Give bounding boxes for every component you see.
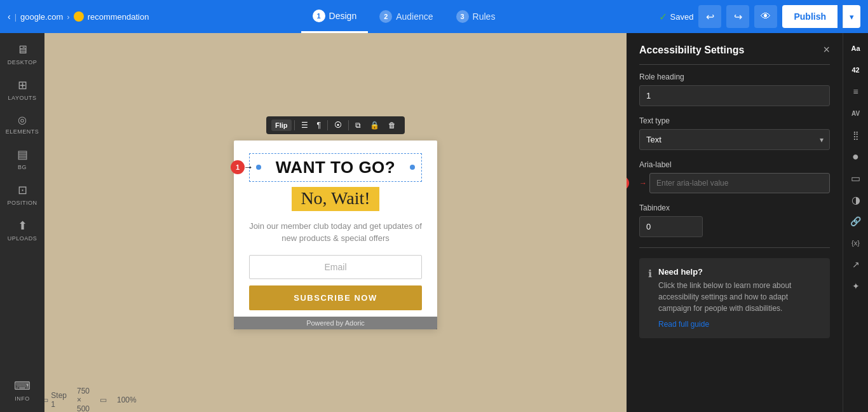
help-link[interactable]: Read full guide <box>658 320 709 329</box>
help-desc: Click the link below to learn more about… <box>658 280 821 314</box>
dimensions-icon: ▭ <box>100 395 107 404</box>
sidebar-item-bg[interactable]: ▤ BG <box>0 142 44 175</box>
role-heading-label: Role heading <box>639 72 830 81</box>
check-icon: ✓ <box>659 11 667 23</box>
panel-header: Accessibility Settings × <box>639 43 830 65</box>
sidebar-item-position[interactable]: ⊡ Position <box>0 178 44 211</box>
toolbar-divider-1 <box>294 120 295 130</box>
annotation-1: 1 <box>231 160 245 174</box>
layers-button[interactable]: ⦿ <box>330 119 346 132</box>
toolbar-divider-2 <box>327 120 328 130</box>
right-handle[interactable] <box>410 165 415 170</box>
text-type-select-wrapper: Text Heading Paragraph Label ▾ <box>639 129 830 150</box>
sidebar-item-elements[interactable]: ◎ Elements <box>0 109 44 140</box>
redo-button[interactable]: ↪ <box>726 5 749 28</box>
topbar-right: ✓ Saved ↩ ↪ 👁 Publish ▾ <box>659 5 860 28</box>
subscribe-button[interactable]: SUBSCRIBE NOW <box>249 285 422 310</box>
desktop-icon: 🖥 <box>17 43 28 57</box>
tabindex-input[interactable] <box>639 216 703 237</box>
headline-element[interactable]: 1 → WANT TO GO? <box>249 153 422 182</box>
left-handle[interactable] <box>256 165 261 170</box>
headline-text: WANT TO GO? <box>261 158 410 177</box>
lock-button[interactable]: 🔒 <box>366 119 383 132</box>
tab-design[interactable]: 1 Design <box>301 0 369 33</box>
sidebar-item-uploads[interactable]: ⬆ Uploads <box>0 214 44 247</box>
variable-tool-button[interactable]: {x} <box>846 233 866 253</box>
panel-content: Accessibility Settings × Role heading Te… <box>627 33 843 412</box>
line-height-tool-button[interactable]: ≡ <box>846 81 866 102</box>
domain-label: google.com <box>20 12 63 22</box>
publish-dropdown-button[interactable]: ▾ <box>843 5 860 28</box>
step-num-1: 1 <box>313 10 325 22</box>
sidebar-item-desktop[interactable]: 🖥 Desktop <box>0 38 44 71</box>
subheadline-element: No, Wait! <box>249 187 422 211</box>
layouts-icon: ⊞ <box>18 78 27 92</box>
panel-divider <box>639 247 830 248</box>
close-panel-button[interactable]: × <box>823 43 830 57</box>
tab-rules[interactable]: 3 Rules <box>445 0 507 33</box>
annotation-3: 3 <box>627 176 629 190</box>
info-icon: ⌨ <box>14 379 31 393</box>
sidebar-item-info[interactable]: ⌨ Info <box>0 374 44 407</box>
annotation-3-arrow: → <box>639 179 647 188</box>
aria-input-wrapper: 3 → <box>639 173 830 193</box>
sidebar-item-bg-label: BG <box>18 164 27 170</box>
canvas-area[interactable]: Flip ☰ ¶ ⦿ ⧉ 🔒 🗑 1 → WANT <box>44 33 627 412</box>
publish-button[interactable]: Publish <box>782 5 837 28</box>
step-label: Step 1 <box>51 391 67 409</box>
far-right-tools: Aa 42 ≡ AV ⣿ ● ▭ ◑ 🔗 {x} ↗ ✦ <box>843 33 868 412</box>
tabindex-group: Tabindex <box>639 203 830 237</box>
step-icon: ▭ <box>44 395 48 404</box>
step-tabs: 1 Design 2 Audience 3 Rules <box>154 0 653 33</box>
canvas-outer: Flip ☰ ¶ ⦿ ⧉ 🔒 🗑 1 → WANT <box>234 116 437 329</box>
tab-rules-label: Rules <box>473 11 496 22</box>
duplicate-button[interactable]: ⧉ <box>351 119 365 132</box>
text-type-group: Text type Text Heading Paragraph Label ▾ <box>639 116 830 150</box>
sidebar-item-layouts-label: Layouts <box>8 95 37 101</box>
align-button[interactable]: ☰ <box>297 119 312 132</box>
typography-tool-button[interactable]: Aa <box>846 38 866 58</box>
aria-label-label: Aria-label <box>639 160 830 169</box>
border-tool-button[interactable]: ▭ <box>846 168 866 188</box>
aria-label-input[interactable] <box>649 173 830 193</box>
tab-audience[interactable]: 2 Audience <box>368 0 444 33</box>
step-indicator[interactable]: ▭ Step 1 <box>44 391 67 409</box>
panel-title: Accessibility Settings <box>639 45 744 56</box>
preview-button[interactable]: 👁 <box>754 5 777 28</box>
undo-button[interactable]: ↩ <box>698 5 721 28</box>
canvas-dimensions: 750 × 500 <box>77 387 90 413</box>
tracking-tool-button[interactable]: AV <box>846 103 866 123</box>
grid-tool-button[interactable]: ⣿ <box>846 125 866 145</box>
indent-button[interactable]: ¶ <box>313 119 325 132</box>
body-text: Join our member club today and get updat… <box>249 220 422 245</box>
fill-tool-button[interactable]: ● <box>846 146 866 167</box>
email-field[interactable]: Email <box>249 255 422 279</box>
main-layout: 🖥 Desktop ⊞ Layouts ◎ Elements ▤ BG ⊡ Po… <box>0 33 868 412</box>
flip-button[interactable]: Flip <box>271 120 292 131</box>
text-type-select[interactable]: Text Heading Paragraph Label <box>639 129 830 150</box>
size-tool-button[interactable]: 42 <box>846 60 866 80</box>
left-arrow-label: → <box>243 161 254 173</box>
help-content: Need help? Click the link below to learn… <box>658 267 821 329</box>
role-heading-input[interactable] <box>639 85 830 106</box>
delete-button[interactable]: 🗑 <box>384 119 400 132</box>
help-box: ℹ Need help? Click the link below to lea… <box>639 258 830 338</box>
shadow-tool-button[interactable]: ◑ <box>846 189 866 210</box>
role-heading-group: Role heading <box>639 72 830 106</box>
sidebar-item-elements-label: Elements <box>6 128 39 135</box>
effects-tool-button[interactable]: ✦ <box>846 276 866 296</box>
back-button[interactable]: ‹ <box>8 11 11 22</box>
step-num-3: 3 <box>456 10 469 23</box>
canvas-card: 1 → WANT TO GO? No, Wait! Join our membe… <box>234 141 437 329</box>
elements-icon: ◎ <box>18 114 27 126</box>
powered-bar: Powered by Adoric <box>234 317 437 329</box>
element-toolbar[interactable]: Flip ☰ ¶ ⦿ ⧉ 🔒 🗑 <box>266 116 405 134</box>
topbar-left: ‹ | google.com › recommendation <box>8 11 149 22</box>
left-sidebar: 🖥 Desktop ⊞ Layouts ◎ Elements ▤ BG ⊡ Po… <box>0 33 44 412</box>
sidebar-item-layouts[interactable]: ⊞ Layouts <box>0 73 44 106</box>
sidebar-item-desktop-label: Desktop <box>8 59 37 65</box>
saved-label: Saved <box>670 12 694 22</box>
tab-design-label: Design <box>329 11 357 21</box>
interaction-tool-button[interactable]: ↗ <box>846 254 866 275</box>
link-tool-button[interactable]: 🔗 <box>846 211 866 231</box>
